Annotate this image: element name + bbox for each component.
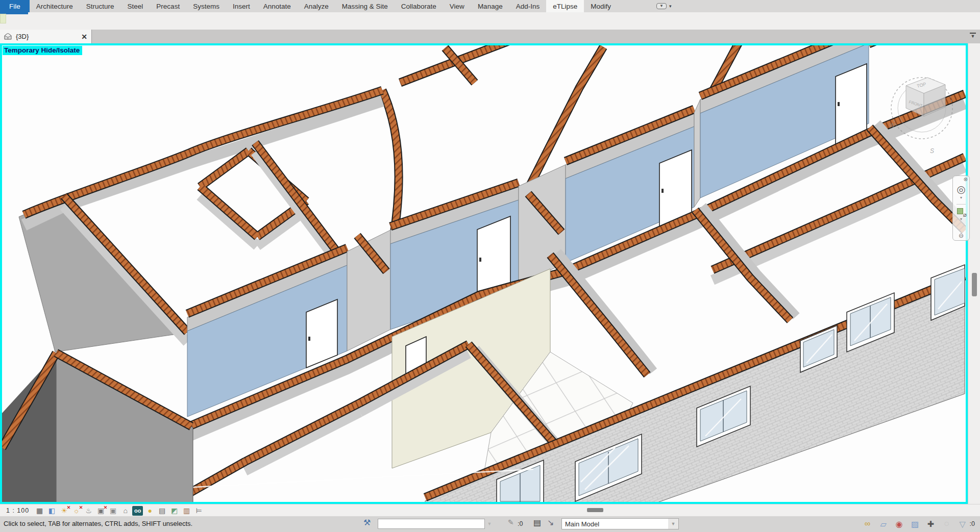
zoom-options-caret-icon[interactable]: ▾ bbox=[960, 217, 962, 221]
background-process-icon[interactable]: ◌ bbox=[941, 518, 952, 529]
editable-count: :0 bbox=[518, 520, 523, 527]
show-crop-region-icon[interactable]: ▣ bbox=[108, 506, 118, 516]
ribbon-collapsed-strip bbox=[0, 12, 980, 30]
ribbon-state-controls: ▼ ▾ bbox=[656, 0, 671, 12]
select-links-icon[interactable]: ∞ bbox=[862, 518, 873, 529]
building-model-3d-scene: TOP FRONT W S bbox=[2, 45, 966, 502]
reveal-hidden-elements-icon[interactable]: ● bbox=[144, 506, 155, 516]
svg-text:W: W bbox=[889, 122, 896, 129]
detail-level-icon[interactable]: ▦ bbox=[34, 506, 45, 516]
svg-text:S: S bbox=[930, 147, 934, 155]
view-scale-button[interactable]: 1 : 100 bbox=[0, 507, 34, 514]
show-rendering-dialog-icon[interactable]: ♨ bbox=[83, 506, 94, 516]
view-tab-label: {3D} bbox=[16, 33, 77, 40]
active-workset-select[interactable] bbox=[378, 519, 485, 529]
shadows-icon[interactable]: ☼ ✕ bbox=[71, 506, 82, 516]
design-options-dialog-icon[interactable]: ▤ bbox=[533, 519, 541, 527]
menu-tab[interactable]: Analyze bbox=[298, 0, 335, 12]
unlocked-3d-view-icon[interactable]: ⌂ bbox=[120, 506, 131, 516]
selection-icons-repeat: ∞ ▱ ◉ ▨ ✚ ◌ bbox=[862, 518, 952, 529]
view-control-bar: 1 : 100 ▦ ◧ ☀ ✕ ☼ ✕ ♨ bbox=[0, 504, 980, 517]
zoom-region-icon[interactable]: ⌀ bbox=[957, 204, 966, 217]
view-tab-bar: {3D} ✕ ▼ bbox=[0, 30, 980, 43]
workset-chevron-icon[interactable]: ▼ bbox=[485, 519, 494, 529]
temporary-hide-isolate-banner: Temporary Hide/Isolate bbox=[3, 46, 82, 55]
menu-tab[interactable]: Modify bbox=[584, 0, 618, 12]
navbar-close-icon[interactable]: ⊗ bbox=[964, 176, 968, 182]
menu-tab[interactable]: Systems bbox=[186, 0, 226, 12]
menu-tab[interactable]: Add-Ins bbox=[509, 0, 547, 12]
tab-list-dropdown-icon[interactable]: ▼ bbox=[969, 33, 977, 38]
menu-tab[interactable]: File bbox=[0, 0, 30, 12]
home-3d-icon bbox=[4, 33, 12, 40]
selection-toggles: ∞ ▱ ◉ ▨ ✚ ◌ ▽ :0 bbox=[862, 518, 975, 529]
reveal-constraints-icon[interactable]: ⊨ bbox=[193, 506, 204, 516]
select-pinned-icon[interactable]: ◉ bbox=[894, 518, 905, 529]
tab-close-icon[interactable]: ✕ bbox=[81, 33, 87, 41]
temporary-view-properties-icon[interactable]: ▤ bbox=[157, 506, 167, 516]
view-control-icons: ▦ ◧ ☀ ✕ ☼ ✕ ♨ ▣ bbox=[34, 506, 204, 516]
navigation-bar[interactable]: ⊗ ◎ ▾ ⌀ ▾ ⊖ bbox=[952, 175, 970, 241]
design-option-chevron-icon: ▼ bbox=[668, 519, 678, 529]
menu-tab[interactable]: Architecture bbox=[30, 0, 80, 12]
selection-count: :0 bbox=[970, 520, 975, 527]
wheel-options-caret-icon[interactable]: ▾ bbox=[960, 195, 962, 200]
active-design-option-value: Main Model bbox=[562, 520, 668, 528]
project-color-chip bbox=[0, 14, 6, 23]
menu-tab[interactable]: Precast bbox=[150, 0, 186, 12]
select-underlay-icon[interactable]: ▱ bbox=[878, 518, 889, 529]
viewport-right-gutter bbox=[968, 43, 980, 504]
drag-on-selection-icon[interactable]: ✚ bbox=[925, 518, 937, 529]
select-by-face-icon[interactable]: ▨ bbox=[910, 518, 921, 529]
menu-tab[interactable]: Steel bbox=[121, 0, 150, 12]
ribbon-menu-bar: File Architecture Structure Steel Precas… bbox=[0, 0, 980, 12]
active-design-option-select[interactable]: Main Model ▼ bbox=[561, 518, 679, 529]
vertical-scrollbar-thumb[interactable] bbox=[972, 273, 977, 296]
crop-view-icon[interactable]: ▣ ✕ bbox=[95, 506, 106, 516]
status-hint-text: Click to select, TAB for alternates, CTR… bbox=[4, 520, 192, 527]
status-bar: Click to select, TAB for alternates, CTR… bbox=[0, 516, 980, 532]
menu-tab[interactable]: Massing & Site bbox=[335, 0, 395, 12]
displacement-sets-icon[interactable]: ▥ bbox=[181, 506, 192, 516]
selection-filter-icon[interactable]: ▽ bbox=[957, 518, 968, 529]
menu-tab[interactable]: eTLipse bbox=[546, 0, 584, 12]
ribbon-minimize-caret-icon[interactable]: ▾ bbox=[669, 4, 672, 9]
analytical-model-icon[interactable]: ◩ bbox=[169, 506, 180, 516]
menu-tab[interactable]: Collaborate bbox=[395, 0, 443, 12]
worksets-icon[interactable]: ⚒ bbox=[363, 519, 371, 527]
editable-only-icon[interactable]: ✎ bbox=[508, 519, 514, 526]
menu-tab[interactable]: Annotate bbox=[257, 0, 298, 12]
menu-tab[interactable]: View bbox=[443, 0, 471, 12]
menu-tab[interactable]: Insert bbox=[226, 0, 257, 12]
sun-path-icon[interactable]: ☀ ✕ bbox=[59, 506, 69, 516]
design-options-pick-icon[interactable]: ↘ bbox=[547, 519, 554, 527]
steering-wheel-icon[interactable]: ◎ bbox=[957, 183, 965, 195]
navbar-collapse-icon[interactable]: ⊖ bbox=[959, 232, 964, 239]
visual-style-icon[interactable]: ◧ bbox=[46, 506, 57, 516]
horizontal-scrollbar-thumb[interactable] bbox=[587, 508, 603, 512]
temporary-hide-isolate-icon[interactable]: oo bbox=[132, 506, 143, 516]
menu-tab[interactable]: Structure bbox=[80, 0, 121, 12]
ribbon-minimize-toggle[interactable]: ▼ bbox=[656, 3, 667, 9]
menu-tab[interactable]: Manage bbox=[471, 0, 509, 12]
model-3d-viewport[interactable]: Temporary Hide/Isolate bbox=[0, 43, 968, 504]
view-tab-3d[interactable]: {3D} ✕ bbox=[0, 30, 92, 43]
